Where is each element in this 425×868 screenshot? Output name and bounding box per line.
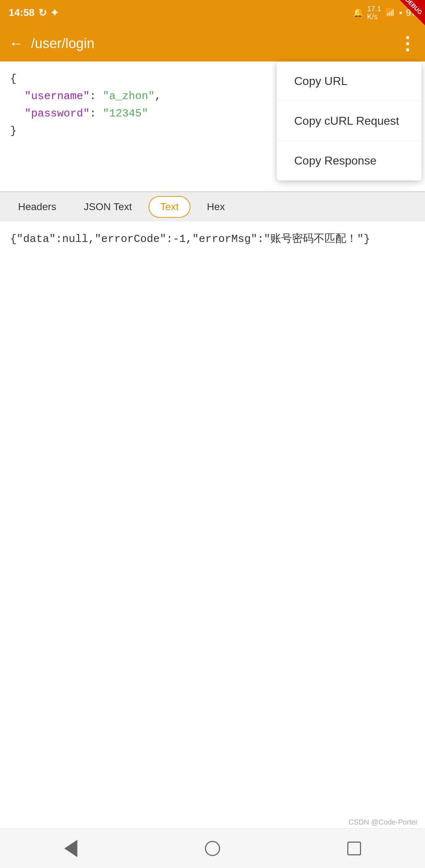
copy-response-item[interactable]: Copy Response [277, 141, 421, 180]
copy-url-item[interactable]: Copy URL [277, 61, 421, 101]
dropdown-menu: Copy URL Copy cURL Request Copy Response [277, 61, 421, 180]
copy-curl-item[interactable]: Copy cURL Request [277, 101, 421, 141]
dropdown-overlay[interactable]: Copy URL Copy cURL Request Copy Response [0, 0, 425, 868]
